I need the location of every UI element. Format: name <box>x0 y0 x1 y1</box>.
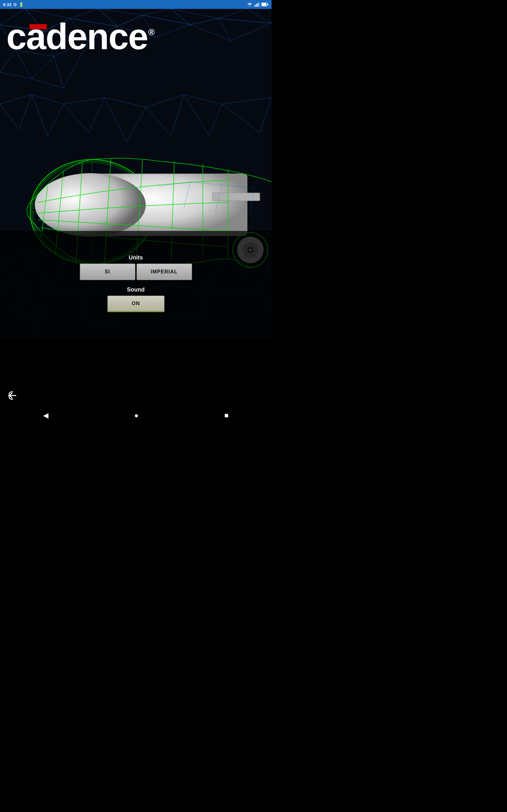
svg-rect-3 <box>259 2 260 7</box>
units-button-row: SI IMPERIAL <box>80 264 192 280</box>
nav-back-button[interactable]: ◀ <box>43 411 49 420</box>
status-icon1: ⊙ <box>13 2 17 7</box>
status-time: 6:33 <box>3 2 11 7</box>
back-button[interactable] <box>5 388 20 403</box>
units-control-group: Units SI IMPERIAL <box>80 254 192 280</box>
units-label: Units <box>129 254 143 261</box>
si-button[interactable]: SI <box>80 264 135 280</box>
wifi-icon <box>247 2 252 7</box>
bottom-nav: ◀ ● ■ <box>0 406 272 425</box>
svg-rect-2 <box>258 3 259 7</box>
status-icon2: 🔋 <box>19 2 24 7</box>
battery-icon <box>262 3 268 6</box>
status-bar: 6:33 ⊙ 🔋 <box>0 0 272 9</box>
back-icon <box>6 389 19 402</box>
logo-text: cadence <box>6 16 148 57</box>
nav-recent-button[interactable]: ■ <box>224 411 228 420</box>
svg-rect-5 <box>262 3 266 6</box>
svg-point-125 <box>35 173 146 237</box>
sound-control-group: Sound ON <box>107 287 164 312</box>
signal-icon <box>254 2 260 7</box>
controls-area: Units SI IMPERIAL Sound ON <box>0 231 272 339</box>
svg-rect-6 <box>268 4 268 5</box>
logo-area: cadence ® <box>6 18 148 55</box>
logo-accent-bar <box>30 24 47 29</box>
logo-registered: ® <box>148 27 155 38</box>
sound-label: Sound <box>127 287 145 293</box>
sound-on-button[interactable]: ON <box>107 296 164 312</box>
sound-button-row: ON <box>107 296 164 312</box>
main-visual: cadence ® Units SI IMPERIAL Sound ON <box>0 9 272 339</box>
svg-rect-0 <box>255 5 256 7</box>
nav-home-button[interactable]: ● <box>134 411 138 420</box>
svg-rect-1 <box>256 4 257 7</box>
imperial-button[interactable]: IMPERIAL <box>136 264 192 280</box>
